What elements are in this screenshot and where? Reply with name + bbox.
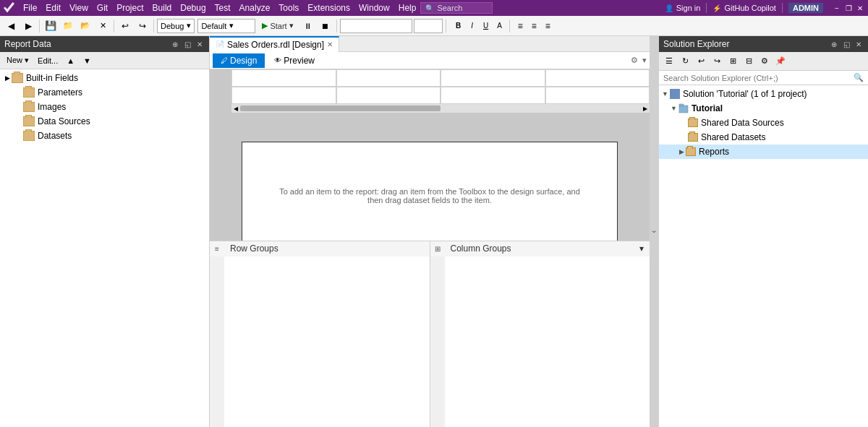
report-canvas[interactable]: To add an item to the report: drag an it…: [242, 142, 618, 241]
sol-tree-item-solution[interactable]: ▼ Solution 'Tutorial' (1 of 1 project): [659, 87, 868, 101]
window-controls: − ❐ ✕: [832, 3, 865, 13]
folder-icon: [23, 87, 35, 98]
move-up-button[interactable]: ▲: [63, 54, 78, 67]
sol-undo-button[interactable]: ↩: [694, 54, 708, 69]
forward-button[interactable]: ▶: [20, 18, 36, 34]
panel-float-button[interactable]: ◱: [182, 40, 192, 48]
undo-button[interactable]: ↩: [117, 18, 133, 34]
menu-project[interactable]: Project: [112, 1, 148, 14]
tree-item-images[interactable]: Images: [0, 100, 209, 114]
solution-search-bar[interactable]: 🔍: [659, 71, 868, 85]
sol-panel-float-button[interactable]: ◱: [841, 40, 851, 48]
sol-redo-button[interactable]: ↪: [710, 54, 724, 69]
panel-pin-button[interactable]: ⊕: [170, 40, 180, 48]
document-tab-sales-orders[interactable]: 📄 Sales Orders.rdl [Design] ✕: [210, 36, 339, 52]
grid-cell: [545, 87, 650, 104]
tree-item-data-sources[interactable]: Data Sources: [0, 114, 209, 129]
save-button[interactable]: 💾: [43, 18, 59, 34]
menu-analyze[interactable]: Analyze: [235, 1, 275, 14]
close-doc-button[interactable]: ✕: [95, 18, 111, 34]
doc-tab-close-button[interactable]: ✕: [327, 40, 333, 48]
back-button[interactable]: ◀: [3, 18, 19, 34]
sol-tree-item-reports[interactable]: ▶ Reports: [659, 145, 868, 159]
menu-build[interactable]: Build: [148, 1, 176, 14]
title-search-input[interactable]: [437, 4, 488, 12]
run-button[interactable]: ▶ Start ▾: [257, 19, 298, 33]
menu-tools[interactable]: Tools: [274, 1, 303, 14]
report-data-title: Report Data: [4, 39, 170, 49]
sol-show-all-button[interactable]: ⊞: [726, 54, 740, 69]
restore-button[interactable]: ❐: [843, 3, 854, 13]
platform-dropdown[interactable]: Default ▾: [197, 19, 255, 33]
sol-expand-icon: ▼: [671, 105, 677, 112]
menu-help[interactable]: Help: [394, 1, 421, 14]
groups-dropdown-icon[interactable]: ▾: [639, 243, 644, 254]
pause-button[interactable]: ⏸: [300, 18, 316, 34]
sol-settings-button[interactable]: ⚙: [757, 54, 772, 69]
title-search[interactable]: 🔍: [420, 2, 493, 14]
menu-view[interactable]: View: [65, 1, 93, 14]
report-canvas-area: To add an item to the report: drag an it…: [210, 113, 650, 241]
menu-extensions[interactable]: Extensions: [303, 1, 354, 14]
italic-button[interactable]: I: [466, 20, 479, 33]
collapse-panel-button[interactable]: ›: [650, 36, 658, 427]
menu-file[interactable]: File: [19, 1, 41, 14]
align-center[interactable]: ≡: [529, 20, 539, 33]
close-button[interactable]: ✕: [855, 3, 865, 13]
design-view-button[interactable]: 🖊 Design: [213, 53, 265, 68]
font-size-input[interactable]: [414, 19, 443, 33]
grid-cell: [336, 87, 441, 104]
sol-panel-pin-button[interactable]: ⊕: [829, 40, 839, 48]
h-scrollbar[interactable]: ◀ ▶: [231, 104, 650, 113]
sol-properties-button[interactable]: ☰: [662, 54, 676, 69]
design-area: 🖊 Design 👁 Preview ⚙ ▾: [210, 52, 650, 427]
menu-debug[interactable]: Debug: [176, 1, 210, 14]
underline-button[interactable]: U: [480, 20, 493, 33]
align-left[interactable]: ≡: [516, 20, 525, 33]
main-content: Report Data ⊕ ◱ ✕ New ▾ Edit... ▲ ▼ ▶ Bu…: [0, 36, 868, 427]
color-button[interactable]: A: [493, 20, 506, 33]
minimize-button[interactable]: −: [832, 3, 842, 13]
stop-button[interactable]: ⏹: [318, 18, 333, 34]
design-surface-wrapper: ◀ ▶ To add an item to the report: drag a…: [210, 69, 650, 241]
sol-tree-item-shared-data-sources[interactable]: Shared Data Sources: [659, 116, 868, 130]
sol-refresh-button[interactable]: ↻: [678, 54, 692, 69]
redo-button[interactable]: ↪: [135, 18, 150, 34]
menu-test[interactable]: Test: [210, 1, 235, 14]
edit-item-button[interactable]: Edit...: [34, 54, 61, 67]
font-name-input[interactable]: [340, 19, 412, 33]
panel-close-button[interactable]: ✕: [195, 40, 205, 48]
preview-view-button[interactable]: 👁 Preview: [266, 53, 323, 68]
expand-icon: ▶: [3, 74, 12, 82]
scroll-left-arrow[interactable]: ◀: [231, 104, 240, 113]
new-item-button[interactable]: New ▾: [3, 53, 33, 67]
tree-item-datasets[interactable]: Datasets: [0, 129, 209, 143]
tree-item-parameters[interactable]: Parameters: [0, 85, 209, 100]
sol-pin-button[interactable]: 📌: [773, 54, 788, 69]
scroll-thumb[interactable]: [240, 105, 441, 111]
sol-tree-item-project[interactable]: ▼ Tutorial: [659, 101, 868, 116]
sol-tree-item-shared-datasets[interactable]: Shared Datasets: [659, 130, 868, 145]
design-surface[interactable]: ◀ ▶ To add an item to the report: drag a…: [210, 69, 650, 241]
new-project-button[interactable]: 📁: [60, 18, 76, 34]
copilot-label[interactable]: GitHub Copilot: [724, 4, 776, 12]
solution-search-input[interactable]: [663, 74, 854, 82]
design-expand-icon[interactable]: ▾: [642, 56, 647, 65]
solution-search-icon[interactable]: 🔍: [854, 73, 864, 82]
bold-button[interactable]: B: [452, 20, 465, 33]
menu-window[interactable]: Window: [354, 1, 394, 14]
open-button[interactable]: 📂: [77, 18, 93, 34]
sol-tree-label: Solution 'Tutorial' (1 of 1 project): [683, 89, 807, 99]
sign-in-label[interactable]: Sign in: [676, 4, 701, 12]
menu-edit[interactable]: Edit: [41, 1, 65, 14]
sol-expand-icon: ▼: [662, 90, 668, 98]
sol-collapse-button[interactable]: ⊟: [741, 54, 756, 69]
move-down-button[interactable]: ▼: [80, 54, 95, 67]
align-right[interactable]: ≡: [543, 20, 553, 33]
scroll-right-arrow[interactable]: ▶: [641, 104, 650, 113]
design-settings-icon[interactable]: ⚙: [631, 56, 638, 65]
sol-panel-close-button[interactable]: ✕: [854, 40, 864, 48]
tree-item-builtin-fields[interactable]: ▶ Built-in Fields: [0, 71, 209, 85]
menu-git[interactable]: Git: [93, 1, 112, 14]
debug-dropdown[interactable]: Debug ▾: [157, 19, 195, 33]
